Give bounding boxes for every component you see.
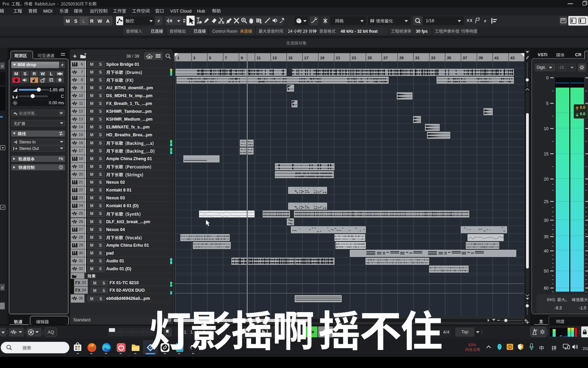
svg-text:21: 21 [336, 56, 340, 60]
svg-text:23: 23 [352, 56, 356, 60]
svg-text:19: 19 [320, 56, 324, 60]
svg-text:39: 39 [478, 56, 483, 60]
svg-text:41: 41 [494, 56, 499, 60]
svg-text:31: 31 [415, 56, 420, 60]
svg-text:13: 13 [273, 56, 277, 60]
svg-text:35: 35 [447, 56, 451, 60]
svg-text:17: 17 [304, 56, 309, 60]
svg-text:37: 37 [463, 56, 467, 60]
svg-text:1: 1 [177, 56, 180, 60]
svg-text:5: 5 [209, 56, 211, 60]
svg-text:43: 43 [510, 56, 515, 60]
svg-text:27: 27 [383, 56, 388, 60]
svg-text:11: 11 [257, 56, 261, 60]
svg-text:15: 15 [288, 56, 293, 60]
svg-text:33: 33 [431, 56, 436, 60]
svg-text:3: 3 [193, 56, 195, 60]
svg-text:29: 29 [399, 56, 404, 60]
svg-text:9: 9 [241, 56, 243, 60]
svg-text:7: 7 [225, 56, 227, 60]
svg-text:25: 25 [368, 56, 372, 60]
